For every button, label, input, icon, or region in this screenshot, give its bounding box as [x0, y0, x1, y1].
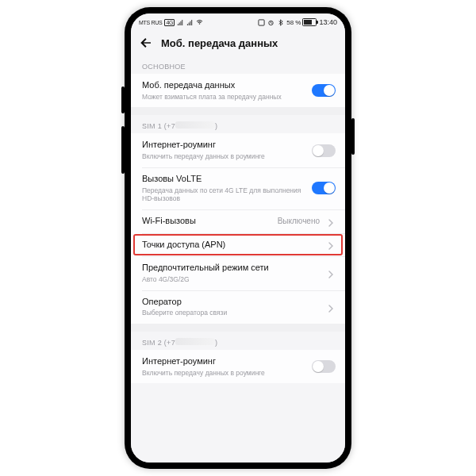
row-label: Оператор: [142, 297, 320, 308]
network-badge: 4G: [164, 19, 175, 26]
back-icon[interactable]: [139, 36, 153, 50]
volume-button: [121, 126, 125, 174]
chevron-right-icon: [326, 217, 336, 226]
volume-button: [121, 86, 125, 113]
wifi-icon: [196, 19, 203, 26]
chevron-right-icon: [326, 268, 336, 278]
row-label: Интернет-роуминг: [142, 140, 305, 151]
row-mobile-data[interactable]: Моб. передача данных Может взиматься пла…: [131, 74, 345, 107]
screen: MTS RUS 4G: [131, 13, 345, 463]
page-header: Моб. передача данных: [131, 29, 345, 56]
section-header-sim2: SIM 2 (+7): [131, 332, 345, 350]
carrier-label: MTS RUS: [139, 20, 162, 25]
battery-indicator: 58 %: [286, 18, 317, 26]
toggle-volte[interactable]: [312, 182, 336, 194]
alarm-icon: [267, 19, 274, 26]
row-sub: Включить передачу данных в роуминге: [142, 369, 305, 378]
row-sub: Передача данных по сети 4G LTE для выпол…: [142, 186, 305, 203]
row-value: Выключено: [278, 217, 320, 225]
row-sub: Включить передачу данных в роуминге: [142, 152, 305, 161]
row-label: Моб. передача данных: [142, 80, 305, 91]
section-header-main: ОСНОВНОЕ: [131, 56, 345, 74]
clock: 13:40: [319, 18, 337, 26]
settings-list: ОСНОВНОЕ Моб. передача данных Может взим…: [131, 56, 345, 463]
nfc-icon: [258, 19, 265, 26]
row-roaming-sim2[interactable]: Интернет-роуминг Включить передачу данны…: [131, 350, 345, 383]
status-bar: MTS RUS 4G: [131, 13, 345, 29]
section-header-sim1: SIM 1 (+7): [131, 115, 345, 133]
row-label: Вызовы VoLTE: [142, 174, 305, 185]
chevron-right-icon: [326, 240, 336, 249]
row-volte[interactable]: Вызовы VoLTE Передача данных по сети 4G …: [131, 167, 345, 209]
svg-rect-0: [259, 19, 264, 25]
row-label: Интернет-роуминг: [142, 356, 305, 367]
page-title: Моб. передача данных: [161, 37, 278, 49]
bluetooth-icon: [277, 19, 284, 26]
phone-frame: MTS RUS 4G: [125, 7, 351, 469]
toggle-roaming-sim1[interactable]: [312, 144, 336, 157]
row-apn[interactable]: Точки доступа (APN): [131, 233, 345, 257]
redacted-number: [175, 121, 215, 129]
row-wifi-calls[interactable]: Wi-Fi-вызовы Выключено: [131, 209, 345, 233]
row-sub: Выберите оператора связи: [142, 309, 320, 317]
row-label: Точки доступа (APN): [142, 240, 320, 251]
toggle-mobile-data[interactable]: [312, 84, 336, 97]
power-button: [351, 118, 355, 155]
toggle-roaming-sim2[interactable]: [312, 360, 336, 373]
row-sub: Авто 4G/3G/2G: [142, 275, 320, 284]
row-sub: Может взиматься плата за передачу данных: [142, 93, 305, 102]
signal-icon: [186, 19, 194, 26]
signal-icon: [177, 19, 184, 26]
row-label: Wi-Fi-вызовы: [142, 216, 271, 227]
battery-percent: 58 %: [286, 19, 301, 26]
highlight-apn: Точки доступа (APN): [131, 233, 345, 257]
chevron-right-icon: [326, 302, 336, 312]
redacted-number: [175, 338, 215, 345]
row-network-mode[interactable]: Предпочтительный режим сети Авто 4G/3G/2…: [131, 256, 345, 290]
row-label: Предпочтительный режим сети: [142, 263, 320, 274]
row-operator[interactable]: Оператор Выберите оператора связи: [131, 290, 345, 324]
row-roaming-sim1[interactable]: Интернет-роуминг Включить передачу данны…: [131, 133, 345, 167]
